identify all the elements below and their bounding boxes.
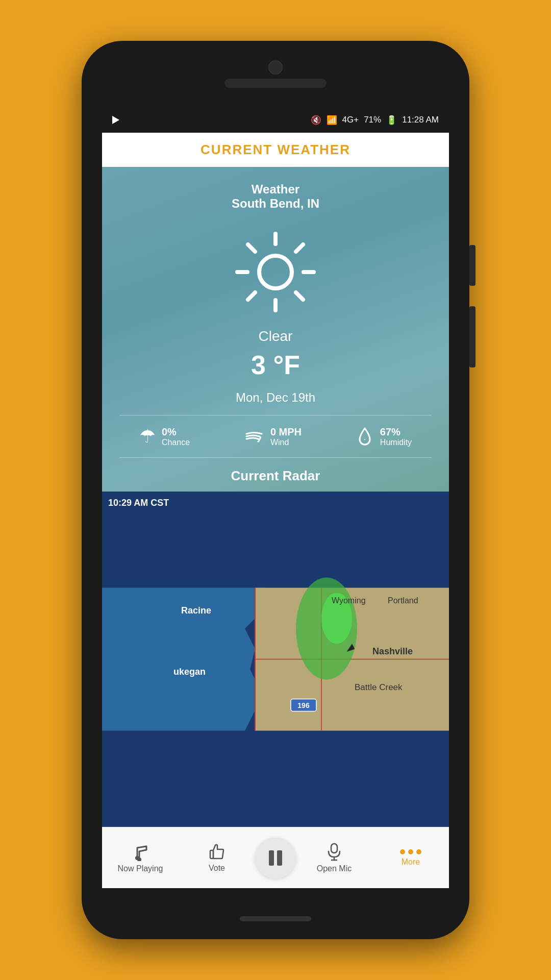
header-title: CURRENT WEATHER	[201, 142, 350, 157]
time-display: 11:28 AM	[402, 115, 439, 125]
nav-vote[interactable]: Vote	[179, 843, 255, 873]
sun-icon	[230, 226, 321, 318]
wind-stat: 0 MPH Wind	[244, 426, 302, 447]
precipitation-text: 0% Chance	[162, 426, 190, 447]
svg-text:196: 196	[297, 701, 310, 709]
more-label: More	[402, 857, 420, 867]
location-city: South Bend, IN	[232, 197, 319, 211]
humidity-text: 67% Humidity	[380, 426, 412, 447]
status-right: 🔇 📶 4G+ 71% 🔋 11:28 AM	[311, 115, 439, 126]
svg-line-5	[296, 292, 303, 300]
svg-point-8	[259, 256, 292, 288]
radar-svg: Racine ukegan Wyoming Portland Nashville…	[102, 492, 449, 827]
temperature-display: 3 °F	[251, 350, 300, 380]
signal-strength: 4G+	[342, 115, 359, 125]
svg-text:Wyoming: Wyoming	[332, 596, 366, 605]
open-mic-label: Open Mic	[317, 864, 352, 873]
svg-line-7	[248, 292, 255, 300]
more-dots-icon	[400, 849, 421, 854]
phone-bottom	[240, 898, 311, 939]
pause-bar-right	[277, 850, 282, 866]
wind-text: 0 MPH Wind	[270, 426, 302, 447]
divider-bottom	[119, 457, 432, 458]
wind-label: Wind	[270, 438, 302, 447]
app-header: CURRENT WEATHER	[102, 133, 449, 167]
condition-label: Clear	[259, 328, 293, 345]
volume-button	[469, 245, 475, 286]
mute-icon: 🔇	[311, 115, 321, 126]
svg-text:Nashville: Nashville	[372, 646, 413, 656]
power-button	[469, 306, 475, 368]
wifi-icon: 📶	[327, 115, 337, 126]
precip-label: Chance	[162, 438, 190, 447]
weather-content: Weather South Bend, IN	[102, 167, 449, 827]
nav-more[interactable]: More	[372, 849, 449, 867]
svg-text:Battle Creek: Battle Creek	[355, 682, 403, 692]
humidity-icon	[356, 426, 374, 447]
svg-point-9	[364, 439, 365, 440]
location-name: Weather	[252, 182, 299, 197]
svg-rect-29	[331, 844, 337, 853]
music-note-icon	[132, 843, 148, 861]
radar-timestamp: 10:29 AM CST	[108, 498, 169, 508]
status-bar: 🔇 📶 4G+ 71% 🔋 11:28 AM	[102, 107, 449, 133]
microphone-icon	[327, 843, 342, 861]
now-playing-label: Now Playing	[118, 864, 163, 873]
svg-line-6	[296, 244, 303, 252]
precip-value: 0%	[162, 426, 190, 438]
divider-top	[119, 415, 432, 415]
speaker	[224, 79, 327, 88]
battery-percent: 71%	[364, 115, 381, 125]
phone-top	[82, 41, 469, 107]
date-display: Mon, Dec 19th	[236, 390, 315, 405]
humidity-value: 67%	[380, 426, 412, 438]
svg-rect-28	[210, 850, 213, 859]
vote-label: Vote	[209, 864, 225, 873]
wind-icon	[244, 426, 264, 447]
radar-map: 10:29 AM CST Racine	[102, 492, 449, 827]
phone-device: 🔇 📶 4G+ 71% 🔋 11:28 AM CURRENT WEATHER W…	[82, 41, 469, 939]
thumbs-up-icon	[208, 843, 226, 861]
wind-value: 0 MPH	[270, 426, 302, 438]
bottom-nav: Now Playing Vote	[102, 827, 449, 888]
home-indicator	[240, 916, 311, 921]
humidity-label: Humidity	[380, 438, 412, 447]
nav-now-playing[interactable]: Now Playing	[102, 843, 179, 873]
play-status-icon	[112, 116, 119, 124]
radar-title: Current Radar	[231, 468, 320, 484]
screen: 🔇 📶 4G+ 71% 🔋 11:28 AM CURRENT WEATHER W…	[102, 107, 449, 888]
nav-open-mic[interactable]: Open Mic	[296, 843, 372, 873]
temp-unit: °F	[266, 350, 300, 380]
pause-icon	[269, 850, 282, 866]
battery-icon: 🔋	[386, 115, 397, 126]
svg-text:Portland: Portland	[388, 596, 418, 605]
svg-text:Racine: Racine	[181, 605, 211, 616]
humidity-stat: 67% Humidity	[356, 426, 412, 447]
pause-button[interactable]	[255, 838, 296, 878]
umbrella-icon: ☂	[139, 426, 156, 447]
precipitation-stat: ☂ 0% Chance	[139, 426, 190, 447]
camera	[268, 60, 283, 75]
svg-text:ukegan: ukegan	[173, 667, 206, 677]
svg-line-4	[248, 244, 255, 252]
pause-bar-left	[269, 850, 274, 866]
weather-stats: ☂ 0% Chance 0 MPH Wind	[102, 426, 449, 447]
weather-icon-container	[230, 226, 321, 318]
